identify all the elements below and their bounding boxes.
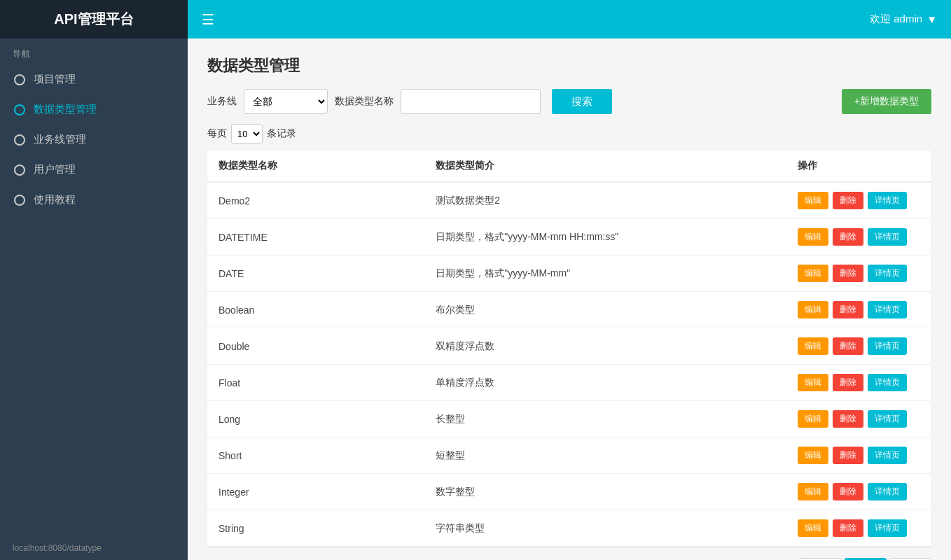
sidebar-footer: localhost:8080/datatype xyxy=(0,536,188,560)
edit-button[interactable]: 编辑 xyxy=(798,447,828,464)
row-name: DATETIME xyxy=(207,219,424,255)
row-ops: 编辑删除详情页 xyxy=(786,182,931,219)
row-name: DATE xyxy=(207,255,424,292)
sidebar: API管理平台 导航 项目管理 数据类型管理 业务线管理 用户管理 使用教程 l… xyxy=(0,0,188,560)
table-row: DATETIME日期类型，格式"yyyy-MM-mm HH:mm:ss"编辑删除… xyxy=(207,219,931,255)
chevron-down-icon: ▼ xyxy=(926,13,937,25)
circle-icon xyxy=(14,104,25,115)
sidebar-item-label: 数据类型管理 xyxy=(34,103,97,116)
name-filter-input[interactable] xyxy=(401,89,541,114)
sidebar-item-user[interactable]: 用户管理 xyxy=(0,155,188,185)
delete-button[interactable]: 删除 xyxy=(833,483,863,500)
detail-button[interactable]: 详情页 xyxy=(868,483,907,500)
row-desc: 单精度浮点数 xyxy=(424,365,786,401)
delete-button[interactable]: 删除 xyxy=(833,192,863,209)
edit-button[interactable]: 编辑 xyxy=(798,265,828,282)
edit-button[interactable]: 编辑 xyxy=(798,228,828,246)
ops-cell: 编辑删除详情页 xyxy=(798,410,920,428)
ops-cell: 编辑删除详情页 xyxy=(798,519,920,537)
menu-icon[interactable]: ☰ xyxy=(202,11,214,28)
row-desc: 字符串类型 xyxy=(424,510,786,547)
table-row: Long长整型编辑删除详情页 xyxy=(207,401,931,438)
edit-button[interactable]: 编辑 xyxy=(798,192,828,209)
sidebar-item-label: 用户管理 xyxy=(34,163,76,176)
edit-button[interactable]: 编辑 xyxy=(798,337,828,355)
detail-button[interactable]: 详情页 xyxy=(868,519,907,537)
table-row: Float单精度浮点数编辑删除详情页 xyxy=(207,365,931,401)
topbar-user[interactable]: 欢迎 admin ▼ xyxy=(870,13,937,26)
row-name: Float xyxy=(207,365,424,401)
detail-button[interactable]: 详情页 xyxy=(868,410,907,428)
th-ops: 操作 xyxy=(786,150,931,182)
delete-button[interactable]: 删除 xyxy=(833,228,863,246)
sidebar-item-tutorial[interactable]: 使用教程 xyxy=(0,185,188,215)
topbar: ☰ 欢迎 admin ▼ xyxy=(188,0,951,38)
delete-button[interactable]: 删除 xyxy=(833,265,863,282)
detail-button[interactable]: 详情页 xyxy=(868,228,907,246)
row-ops: 编辑删除详情页 xyxy=(786,292,931,328)
sidebar-item-bizline[interactable]: 业务线管理 xyxy=(0,125,188,155)
detail-button[interactable]: 详情页 xyxy=(868,265,907,282)
sidebar-item-datatype[interactable]: 数据类型管理 xyxy=(0,94,188,125)
row-ops: 编辑删除详情页 xyxy=(786,510,931,547)
row-ops: 编辑删除详情页 xyxy=(786,401,931,438)
sidebar-title: API管理平台 xyxy=(0,0,188,38)
content-area: 数据类型管理 业务线 全部 数据类型名称 搜索 +新增数据类型 每页 10 5 … xyxy=(188,38,951,560)
edit-button[interactable]: 编辑 xyxy=(798,410,828,428)
sidebar-item-label: 使用教程 xyxy=(34,193,76,206)
per-page-select[interactable]: 10 5 20 50 xyxy=(231,124,263,144)
row-name: String xyxy=(207,510,424,547)
delete-button[interactable]: 删除 xyxy=(833,301,863,318)
search-button[interactable]: 搜索 xyxy=(552,89,612,114)
ops-cell: 编辑删除详情页 xyxy=(798,301,920,318)
biz-filter-select[interactable]: 全部 xyxy=(244,89,328,114)
sidebar-item-label: 项目管理 xyxy=(34,73,76,86)
circle-icon xyxy=(14,164,25,176)
add-datatype-button[interactable]: +新增数据类型 xyxy=(842,89,931,114)
table-row: Double双精度浮点数编辑删除详情页 xyxy=(207,328,931,365)
edit-button[interactable]: 编辑 xyxy=(798,519,828,537)
per-page-label-after: 条记录 xyxy=(267,127,296,140)
detail-button[interactable]: 详情页 xyxy=(868,301,907,318)
row-desc: 测试数据类型2 xyxy=(424,182,786,219)
ops-cell: 编辑删除详情页 xyxy=(798,228,920,246)
row-desc: 数字整型 xyxy=(424,474,786,510)
delete-button[interactable]: 删除 xyxy=(833,337,863,355)
row-desc: 长整型 xyxy=(424,401,786,438)
edit-button[interactable]: 编辑 xyxy=(798,483,828,500)
ops-cell: 编辑删除详情页 xyxy=(798,192,920,209)
th-name: 数据类型名称 xyxy=(207,150,424,182)
detail-button[interactable]: 详情页 xyxy=(868,192,907,209)
row-name: Short xyxy=(207,438,424,474)
row-name: Double xyxy=(207,328,424,365)
detail-button[interactable]: 详情页 xyxy=(868,447,907,464)
biz-filter-label: 业务线 xyxy=(207,95,237,108)
table-row: DATE日期类型，格式"yyyy-MM-mm"编辑删除详情页 xyxy=(207,255,931,292)
ops-cell: 编辑删除详情页 xyxy=(798,374,920,391)
table-header-row: 数据类型名称 数据类型简介 操作 xyxy=(207,150,931,182)
detail-button[interactable]: 详情页 xyxy=(868,374,907,391)
circle-icon xyxy=(14,134,25,146)
row-ops: 编辑删除详情页 xyxy=(786,255,931,292)
delete-button[interactable]: 删除 xyxy=(833,410,863,428)
sidebar-item-project[interactable]: 项目管理 xyxy=(0,64,188,94)
row-ops: 编辑删除详情页 xyxy=(786,219,931,255)
row-name: Boolean xyxy=(207,292,424,328)
delete-button[interactable]: 删除 xyxy=(833,447,863,464)
row-ops: 编辑删除详情页 xyxy=(786,438,931,474)
sidebar-nav-label: 导航 xyxy=(0,38,188,64)
circle-icon xyxy=(14,195,25,206)
table-row: Short短整型编辑删除详情页 xyxy=(207,438,931,474)
edit-button[interactable]: 编辑 xyxy=(798,374,828,391)
delete-button[interactable]: 删除 xyxy=(833,519,863,537)
ops-cell: 编辑删除详情页 xyxy=(798,447,920,464)
row-name: Integer xyxy=(207,474,424,510)
table-row: Boolean布尔类型编辑删除详情页 xyxy=(207,292,931,328)
detail-button[interactable]: 详情页 xyxy=(868,337,907,355)
ops-cell: 编辑删除详情页 xyxy=(798,483,920,500)
table-body: Demo2测试数据类型2编辑删除详情页DATETIME日期类型，格式"yyyy-… xyxy=(207,182,931,547)
filter-bar: 业务线 全部 数据类型名称 搜索 +新增数据类型 xyxy=(207,89,931,114)
row-name: Demo2 xyxy=(207,182,424,219)
delete-button[interactable]: 删除 xyxy=(833,374,863,391)
edit-button[interactable]: 编辑 xyxy=(798,301,828,318)
